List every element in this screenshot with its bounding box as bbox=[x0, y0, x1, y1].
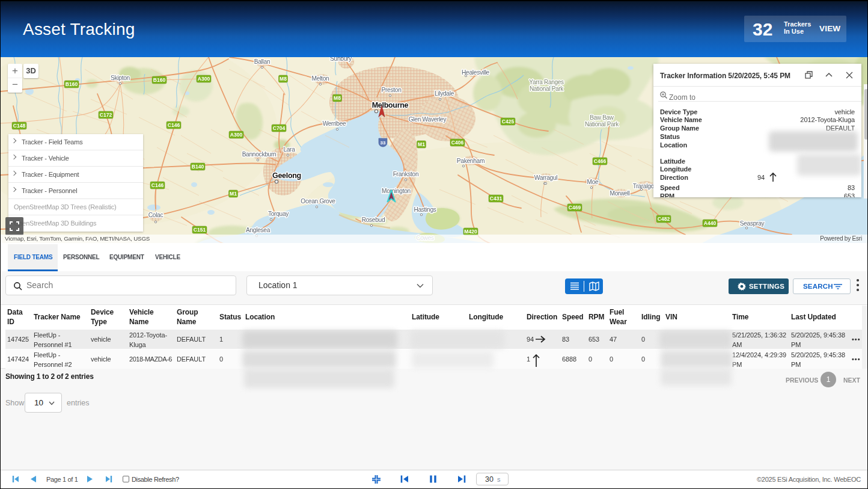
svg-text:Yarra Ranges: Yarra Ranges bbox=[529, 79, 564, 85]
svg-text:Baw Baw: Baw Baw bbox=[590, 114, 614, 121]
svg-text:Colac: Colac bbox=[148, 212, 164, 218]
svg-text:C482: C482 bbox=[658, 216, 670, 222]
svg-text:M8: M8 bbox=[334, 95, 341, 101]
svg-text:C425: C425 bbox=[502, 118, 515, 125]
svg-text:Sunbury: Sunbury bbox=[330, 57, 352, 62]
svg-text:C469: C469 bbox=[569, 205, 581, 211]
svg-text:A300: A300 bbox=[230, 132, 243, 138]
svg-text:B160: B160 bbox=[66, 81, 78, 87]
svg-text:Rosebud: Rosebud bbox=[362, 217, 385, 223]
svg-text:Morwell: Morwell bbox=[610, 190, 630, 197]
svg-text:Lara: Lara bbox=[283, 146, 295, 153]
svg-text:A300: A300 bbox=[198, 76, 210, 82]
svg-text:M8: M8 bbox=[280, 76, 287, 82]
svg-text:B140: B140 bbox=[192, 164, 204, 170]
svg-text:Lilydale: Lilydale bbox=[435, 90, 454, 97]
svg-text:M1: M1 bbox=[230, 191, 237, 197]
svg-text:National Park: National Park bbox=[530, 85, 564, 92]
svg-text:Anglesea: Anglesea bbox=[246, 227, 270, 233]
svg-text:Werribee: Werribee bbox=[323, 120, 346, 127]
svg-text:A440: A440 bbox=[704, 220, 717, 226]
svg-text:M1: M1 bbox=[418, 141, 425, 147]
svg-text:33: 33 bbox=[381, 140, 386, 146]
svg-text:Melton: Melton bbox=[312, 75, 329, 82]
svg-text:Torquay: Torquay bbox=[268, 211, 289, 217]
svg-text:C406: C406 bbox=[451, 140, 464, 146]
svg-text:C146: C146 bbox=[168, 122, 180, 128]
svg-text:Skipton: Skipton bbox=[111, 75, 130, 81]
svg-text:Ocean Grove: Ocean Grove bbox=[301, 198, 335, 205]
svg-text:Glen Waverley: Glen Waverley bbox=[409, 116, 447, 123]
svg-text:C172: C172 bbox=[100, 112, 112, 118]
svg-text:Preston: Preston bbox=[381, 87, 401, 93]
svg-text:Geelong: Geelong bbox=[272, 171, 301, 180]
svg-text:C148: C148 bbox=[13, 123, 26, 129]
svg-text:C466: C466 bbox=[594, 158, 607, 164]
svg-text:B160: B160 bbox=[153, 77, 166, 83]
svg-text:Bannockburn: Bannockburn bbox=[242, 151, 277, 158]
svg-text:Seaspray: Seaspray bbox=[740, 220, 765, 227]
svg-text:Moe: Moe bbox=[587, 179, 599, 185]
svg-text:Frankston: Frankston bbox=[393, 171, 419, 177]
svg-text:Warragul: Warragul bbox=[534, 174, 558, 181]
svg-text:Hastings: Hastings bbox=[414, 206, 436, 213]
svg-text:C151: C151 bbox=[194, 227, 206, 233]
svg-text:Mornington: Mornington bbox=[382, 188, 411, 194]
svg-text:Melbourne: Melbourne bbox=[372, 101, 409, 109]
svg-text:Pakenham: Pakenham bbox=[457, 158, 484, 164]
svg-text:M420: M420 bbox=[464, 229, 477, 235]
svg-text:C704: C704 bbox=[273, 125, 286, 131]
svg-text:C146: C146 bbox=[151, 182, 164, 188]
svg-text:National Park: National Park bbox=[585, 121, 619, 128]
svg-text:Ballan: Ballan bbox=[254, 58, 270, 65]
svg-text:C431: C431 bbox=[490, 195, 503, 201]
